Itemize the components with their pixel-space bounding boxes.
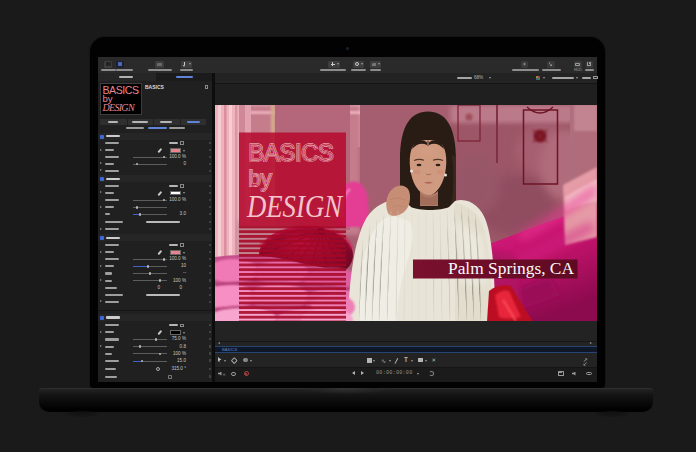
- svg-text:DESIGN: DESIGN: [246, 188, 344, 223]
- svg-text:by: by: [249, 166, 272, 191]
- svg-text:Palm Springs, CA: Palm Springs, CA: [448, 258, 575, 277]
- svg-text:BASICS: BASICS: [249, 139, 334, 165]
